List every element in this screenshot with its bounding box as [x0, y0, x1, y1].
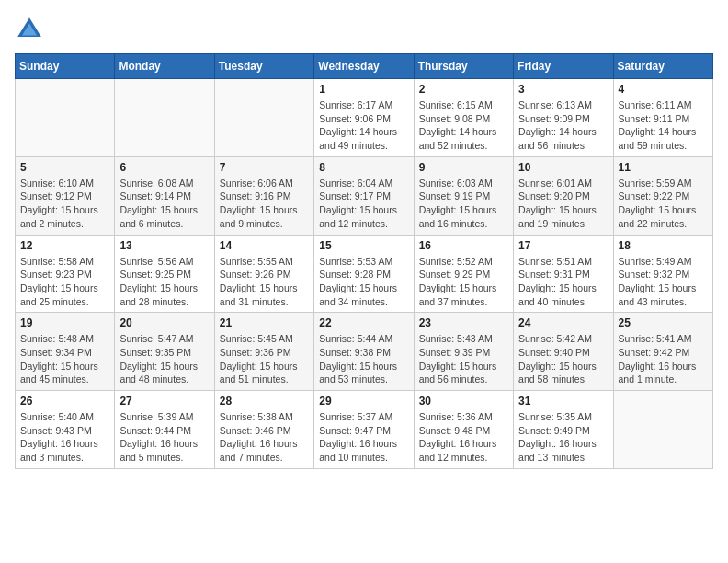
day-number: 30	[419, 395, 508, 408]
day-cell	[16, 79, 115, 157]
header-row: SundayMondayTuesdayWednesdayThursdayFrid…	[16, 54, 713, 79]
day-number: 16	[419, 239, 508, 252]
day-number: 4	[619, 83, 708, 96]
day-number: 27	[119, 395, 209, 408]
day-info: Sunrise: 6:15 AMSunset: 9:08 PMDaylight:…	[419, 98, 508, 153]
day-cell: 15Sunrise: 5:53 AMSunset: 9:28 PMDayligh…	[314, 235, 414, 313]
day-info: Sunrise: 5:59 AMSunset: 9:22 PMDaylight:…	[619, 177, 708, 231]
day-cell	[613, 391, 712, 469]
day-number: 24	[518, 316, 608, 329]
day-cell: 13Sunrise: 5:56 AMSunset: 9:25 PMDayligh…	[115, 235, 214, 313]
day-number: 12	[20, 239, 109, 252]
day-cell	[115, 79, 214, 157]
header-cell-monday: Monday	[115, 54, 214, 79]
day-number: 19	[20, 316, 109, 329]
day-info: Sunrise: 5:43 AMSunset: 9:39 PMDaylight:…	[419, 332, 508, 386]
day-cell: 8Sunrise: 6:04 AMSunset: 9:17 PMDaylight…	[314, 156, 414, 235]
day-info: Sunrise: 6:04 AMSunset: 9:17 PMDaylight:…	[319, 177, 408, 231]
page-header	[15, 15, 713, 44]
day-cell: 26Sunrise: 5:40 AMSunset: 9:43 PMDayligh…	[16, 391, 115, 469]
day-info: Sunrise: 5:52 AMSunset: 9:29 PMDaylight:…	[419, 255, 508, 309]
header-cell-wednesday: Wednesday	[314, 54, 414, 79]
day-number: 13	[119, 239, 209, 252]
day-cell: 14Sunrise: 5:55 AMSunset: 9:26 PMDayligh…	[214, 235, 313, 313]
day-cell: 20Sunrise: 5:47 AMSunset: 9:35 PMDayligh…	[115, 313, 214, 391]
week-row-3: 12Sunrise: 5:58 AMSunset: 9:23 PMDayligh…	[16, 235, 713, 313]
day-info: Sunrise: 5:40 AMSunset: 9:43 PMDaylight:…	[20, 410, 109, 465]
day-cell: 1Sunrise: 6:17 AMSunset: 9:06 PMDaylight…	[314, 79, 414, 157]
header-cell-tuesday: Tuesday	[214, 54, 313, 79]
day-number: 9	[419, 161, 508, 174]
day-info: Sunrise: 5:58 AMSunset: 9:23 PMDaylight:…	[20, 255, 109, 309]
day-cell: 29Sunrise: 5:37 AMSunset: 9:47 PMDayligh…	[314, 391, 414, 469]
day-info: Sunrise: 5:42 AMSunset: 9:40 PMDaylight:…	[518, 332, 608, 386]
day-info: Sunrise: 6:11 AMSunset: 9:11 PMDaylight:…	[619, 98, 708, 153]
logo-icon	[15, 15, 44, 44]
day-number: 29	[319, 395, 408, 408]
day-cell: 24Sunrise: 5:42 AMSunset: 9:40 PMDayligh…	[514, 313, 613, 391]
day-cell: 31Sunrise: 5:35 AMSunset: 9:49 PMDayligh…	[514, 391, 613, 469]
day-info: Sunrise: 6:08 AMSunset: 9:14 PMDaylight:…	[119, 177, 209, 231]
day-number: 17	[518, 239, 608, 252]
week-row-2: 5Sunrise: 6:10 AMSunset: 9:12 PMDaylight…	[16, 156, 713, 235]
day-number: 6	[119, 161, 209, 174]
day-info: Sunrise: 5:55 AMSunset: 9:26 PMDaylight:…	[220, 255, 309, 309]
day-cell: 3Sunrise: 6:13 AMSunset: 9:09 PMDaylight…	[514, 79, 613, 157]
day-number: 14	[220, 239, 309, 252]
day-info: Sunrise: 5:38 AMSunset: 9:46 PMDaylight:…	[220, 410, 309, 465]
day-info: Sunrise: 5:35 AMSunset: 9:49 PMDaylight:…	[518, 410, 608, 465]
day-cell: 17Sunrise: 5:51 AMSunset: 9:31 PMDayligh…	[514, 235, 613, 313]
day-info: Sunrise: 6:10 AMSunset: 9:12 PMDaylight:…	[20, 177, 109, 231]
day-number: 2	[419, 83, 508, 96]
day-info: Sunrise: 5:37 AMSunset: 9:47 PMDaylight:…	[319, 410, 408, 465]
day-info: Sunrise: 6:17 AMSunset: 9:06 PMDaylight:…	[319, 98, 408, 153]
day-number: 25	[619, 316, 708, 329]
header-cell-friday: Friday	[514, 54, 613, 79]
day-cell: 16Sunrise: 5:52 AMSunset: 9:29 PMDayligh…	[414, 235, 513, 313]
day-info: Sunrise: 5:49 AMSunset: 9:32 PMDaylight:…	[619, 255, 708, 309]
day-cell: 27Sunrise: 5:39 AMSunset: 9:44 PMDayligh…	[115, 391, 214, 469]
day-number: 28	[220, 395, 309, 408]
day-info: Sunrise: 5:53 AMSunset: 9:28 PMDaylight:…	[319, 255, 408, 309]
day-info: Sunrise: 5:56 AMSunset: 9:25 PMDaylight:…	[119, 255, 209, 309]
day-number: 26	[20, 395, 109, 408]
day-cell: 6Sunrise: 6:08 AMSunset: 9:14 PMDaylight…	[115, 156, 214, 235]
header-cell-saturday: Saturday	[613, 54, 712, 79]
day-cell: 22Sunrise: 5:44 AMSunset: 9:38 PMDayligh…	[314, 313, 414, 391]
calendar-table: SundayMondayTuesdayWednesdayThursdayFrid…	[15, 53, 713, 469]
day-info: Sunrise: 5:44 AMSunset: 9:38 PMDaylight:…	[319, 332, 408, 386]
day-number: 31	[518, 395, 608, 408]
day-cell: 11Sunrise: 5:59 AMSunset: 9:22 PMDayligh…	[613, 156, 712, 235]
day-cell: 23Sunrise: 5:43 AMSunset: 9:39 PMDayligh…	[414, 313, 513, 391]
day-number: 10	[518, 161, 608, 174]
week-row-5: 26Sunrise: 5:40 AMSunset: 9:43 PMDayligh…	[16, 391, 713, 469]
day-number: 8	[319, 161, 408, 174]
day-info: Sunrise: 5:51 AMSunset: 9:31 PMDaylight:…	[518, 255, 608, 309]
day-info: Sunrise: 5:45 AMSunset: 9:36 PMDaylight:…	[220, 332, 309, 386]
day-cell: 5Sunrise: 6:10 AMSunset: 9:12 PMDaylight…	[16, 156, 115, 235]
day-number: 1	[319, 83, 408, 96]
header-cell-sunday: Sunday	[16, 54, 115, 79]
logo	[15, 15, 48, 44]
day-info: Sunrise: 5:41 AMSunset: 9:42 PMDaylight:…	[619, 332, 708, 386]
day-cell: 21Sunrise: 5:45 AMSunset: 9:36 PMDayligh…	[214, 313, 313, 391]
day-cell: 7Sunrise: 6:06 AMSunset: 9:16 PMDaylight…	[214, 156, 313, 235]
week-row-1: 1Sunrise: 6:17 AMSunset: 9:06 PMDaylight…	[16, 79, 713, 157]
day-number: 23	[419, 316, 508, 329]
day-number: 7	[220, 161, 309, 174]
day-cell: 2Sunrise: 6:15 AMSunset: 9:08 PMDaylight…	[414, 79, 513, 157]
day-number: 21	[220, 316, 309, 329]
day-cell: 12Sunrise: 5:58 AMSunset: 9:23 PMDayligh…	[16, 235, 115, 313]
day-cell: 19Sunrise: 5:48 AMSunset: 9:34 PMDayligh…	[16, 313, 115, 391]
day-info: Sunrise: 5:36 AMSunset: 9:48 PMDaylight:…	[419, 410, 508, 465]
day-info: Sunrise: 6:13 AMSunset: 9:09 PMDaylight:…	[518, 98, 608, 153]
day-number: 11	[619, 161, 708, 174]
day-number: 18	[619, 239, 708, 252]
day-number: 5	[20, 161, 109, 174]
day-cell: 10Sunrise: 6:01 AMSunset: 9:20 PMDayligh…	[514, 156, 613, 235]
day-cell: 25Sunrise: 5:41 AMSunset: 9:42 PMDayligh…	[613, 313, 712, 391]
day-info: Sunrise: 6:03 AMSunset: 9:19 PMDaylight:…	[419, 177, 508, 231]
day-info: Sunrise: 5:47 AMSunset: 9:35 PMDaylight:…	[119, 332, 209, 386]
calendar-header: SundayMondayTuesdayWednesdayThursdayFrid…	[16, 54, 713, 79]
day-cell: 28Sunrise: 5:38 AMSunset: 9:46 PMDayligh…	[214, 391, 313, 469]
